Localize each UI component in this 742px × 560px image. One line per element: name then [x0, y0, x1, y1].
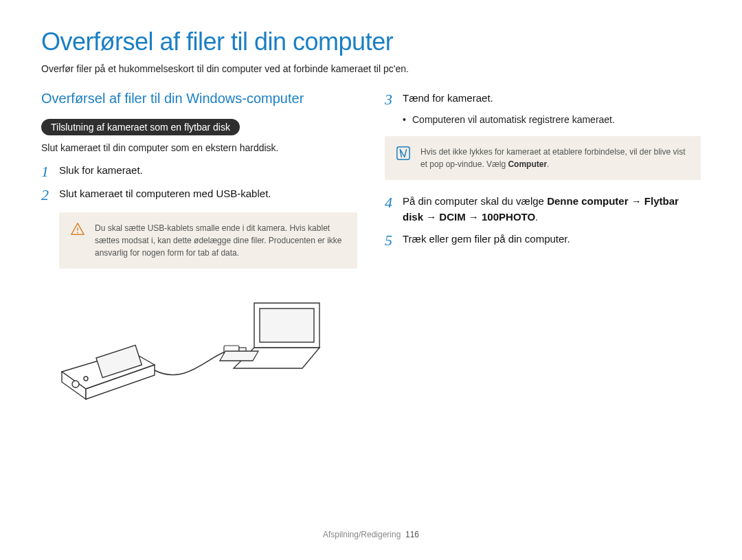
step-5: 5 Træk eller gem filer på din computer.	[385, 232, 701, 248]
step-2: 2 Slut kameraet til computeren med USB-k…	[41, 186, 357, 203]
section-heading: Overførsel af filer til din Windows-comp…	[41, 91, 357, 107]
step-number: 5	[385, 232, 403, 248]
svg-point-1	[77, 232, 78, 234]
warning-icon	[70, 222, 85, 237]
svg-point-2	[72, 381, 79, 388]
content-columns: Overførsel af filer til din Windows-comp…	[41, 91, 701, 416]
subsection-desc: Slut kameraet til din computer som en ek…	[41, 142, 357, 153]
step-text: Slut kameraet til computeren med USB-kab…	[59, 186, 271, 202]
note-callout: Hvis det ikke lykkes for kameraet at eta…	[385, 136, 701, 180]
warning-text: Du skal sætte USB-kablets smalle ende i …	[95, 222, 346, 259]
step-4: 4 På din computer skal du vælge Denne co…	[385, 194, 701, 225]
step-number: 2	[41, 186, 59, 203]
svg-rect-7	[260, 309, 314, 342]
camera-laptop-illustration	[48, 289, 323, 413]
step-3: 3 Tænd for kameraet.	[385, 91, 701, 107]
step-text: Sluk for kameraet.	[59, 163, 143, 179]
note-bold: Computer	[508, 159, 547, 169]
note-pre: Hvis det ikke lykkes for kameraet at eta…	[420, 147, 686, 169]
svg-rect-9	[397, 147, 409, 159]
warning-callout: Du skal sætte USB-kablets smalle ende i …	[59, 212, 357, 269]
note-text: Hvis det ikke lykkes for kameraet at eta…	[420, 146, 690, 170]
page-footer: Afspilning/Redigering 116	[0, 530, 742, 539]
right-column: 3 Tænd for kameraet. Computeren vil auto…	[385, 91, 701, 416]
step-number: 1	[41, 163, 59, 179]
step-text: Tænd for kameraet.	[403, 91, 493, 107]
step-1: 1 Sluk for kameraet.	[41, 163, 357, 179]
step-text: På din computer skal du vælge Denne comp…	[403, 194, 701, 225]
intro-text: Overfør filer på et hukommelseskort til …	[41, 63, 701, 74]
step-3-bullet: Computeren vil automatisk registrere kam…	[403, 114, 701, 125]
note-icon	[396, 146, 411, 161]
left-column: Overførsel af filer til din Windows-comp…	[41, 91, 357, 416]
footer-section: Afspilning/Redigering	[323, 530, 401, 539]
svg-point-3	[84, 377, 88, 381]
subsection-pill: Tilslutning af kameraet som en flytbar d…	[41, 119, 240, 135]
step-text: Træk eller gem filer på din computer.	[403, 232, 570, 247]
svg-rect-8	[220, 351, 258, 361]
footer-page: 116	[405, 530, 419, 539]
step-4-pre: På din computer skal du vælge	[403, 195, 547, 207]
step-number: 4	[385, 194, 403, 210]
page-title: Overførsel af filer til din computer	[41, 27, 701, 56]
step-number: 3	[385, 91, 403, 107]
